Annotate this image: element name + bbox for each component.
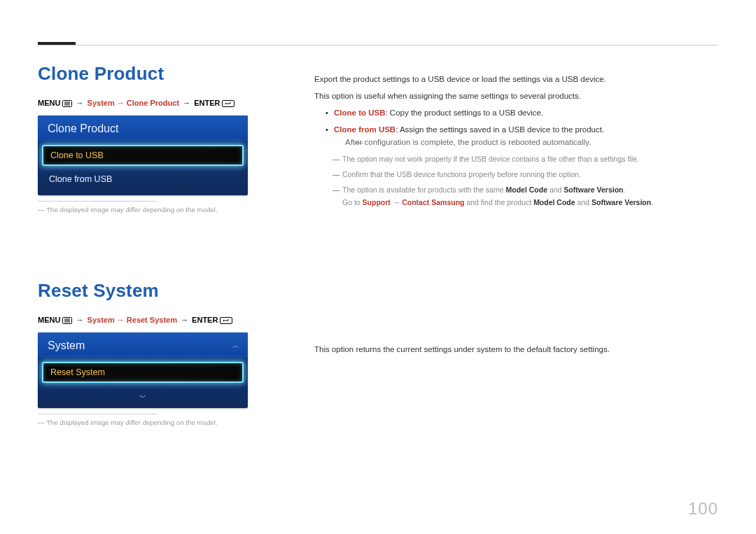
breadcrumb-enter-label: ENTER [194, 99, 220, 107]
sub-bold: Model Code [505, 185, 547, 194]
paragraph-reset: This option returns the current settings… [314, 343, 718, 356]
sub-lead: Support [363, 198, 391, 206]
section-reset-system: Reset System MENU → System → Reset Syste… [38, 280, 276, 426]
breadcrumb-arrow-2: → [179, 316, 190, 324]
osd-body: Clone to USB Clone from USB [38, 141, 248, 195]
sub-text-5a: Go to [342, 198, 363, 206]
osd-system: System ︿ Reset System ﹀ [38, 332, 248, 408]
breadcrumb-reset-system: MENU → System → Reset System → ENTER [38, 314, 276, 325]
sub-note: Confirm that the USB device functions pr… [314, 168, 718, 181]
sub-note: The option is available for products wit… [314, 183, 718, 209]
page-number: 100 [688, 499, 718, 519]
breadcrumb-menu-label: MENU [38, 99, 60, 107]
header-rule [38, 45, 718, 45]
breadcrumb-arrow-1: → [75, 316, 85, 324]
sub-text-5e: and find the product [464, 198, 533, 206]
paragraph: Export the product settings to a USB dev… [314, 73, 718, 85]
bullet-lead: Clone from USB [334, 125, 396, 134]
chevron-down-icon[interactable]: ﹀ [139, 393, 146, 401]
breadcrumb-path: System → Reset System [88, 316, 177, 324]
breadcrumb-arrow-1: → [75, 99, 85, 107]
bullet-item: Clone to USB: Copy the product settings … [314, 106, 718, 119]
bullet-lead: Clone to USB [334, 108, 385, 117]
bullet-rest: : Assign the settings saved in a USB dev… [396, 125, 604, 134]
osd-title: System ︿ [38, 332, 248, 358]
osd-row-clone-to-usb[interactable]: Clone to USB [42, 145, 244, 166]
osd-title-text: Clone Product [48, 122, 118, 135]
breadcrumb-menu-label: MENU [38, 316, 60, 324]
bullet-item: Clone from USB: Assign the settings save… [314, 123, 718, 148]
breadcrumb-arrow-2: → [181, 99, 192, 107]
osd-row-clone-from-usb[interactable]: Clone from USB [42, 169, 244, 190]
enter-icon [220, 317, 232, 324]
osd-row-reset-system[interactable]: Reset System [42, 362, 244, 383]
left-column: Clone Product MENU → System → Clone Prod… [38, 63, 276, 426]
content-area: Clone Product MENU → System → Clone Prod… [38, 63, 718, 492]
sub-text-5i: . [651, 198, 653, 206]
bullet-rest: : Copy the product settings to a USB dev… [385, 108, 543, 117]
osd-clone-product: Clone Product Clone to USB Clone from US… [38, 115, 248, 195]
sub-bold: Software Version [592, 198, 651, 206]
bullet-list: Clone to USB: Copy the product settings … [314, 106, 718, 148]
note-rule-2 [38, 414, 157, 414]
enter-icon [222, 100, 234, 107]
sub-note: The option may not work properly if the … [314, 153, 718, 165]
breadcrumb-path: System → Clone Product [88, 99, 179, 107]
sub-text-a: The option is available for products wit… [342, 185, 505, 194]
header-rule-thick [38, 42, 76, 45]
osd-body: Reset System [38, 358, 248, 388]
right-column: Export the product settings to a USB dev… [314, 73, 718, 360]
paragraph: This option is useful when assigning the… [314, 90, 718, 102]
section-title-reset-system: Reset System [38, 280, 276, 302]
breadcrumb-enter-label: ENTER [192, 316, 218, 324]
sub-text: After configuration is complete, the pro… [345, 138, 591, 146]
sub-bold: Software Version [564, 185, 623, 194]
note-rule-1 [38, 201, 157, 202]
breadcrumb-clone-product: MENU → System → Clone Product → ENTER [38, 97, 276, 108]
sub-text-5g: and [575, 198, 592, 206]
osd-title-text: System [48, 339, 85, 352]
sub-text: The option may not work properly if the … [342, 155, 639, 163]
sub-text: Confirm that the USB device functions pr… [342, 170, 581, 178]
menu-icon [62, 100, 72, 107]
chevron-up-icon[interactable]: ︿ [232, 341, 239, 351]
menu-icon [62, 317, 72, 324]
sub-text-5c: → [391, 198, 402, 206]
sub-lead: Contact Samsung [402, 198, 464, 206]
osd-title: Clone Product [38, 115, 248, 141]
sub-text-e: . [624, 185, 626, 194]
image-note-1: The displayed image may differ depending… [38, 206, 276, 213]
sub-item: After configuration is complete, the pro… [334, 136, 718, 148]
section-title-clone-product: Clone Product [38, 63, 276, 85]
sub-bold: Model Code [533, 198, 575, 206]
image-note-2: The displayed image may differ depending… [38, 419, 276, 426]
sub-text-c: and [547, 185, 564, 194]
